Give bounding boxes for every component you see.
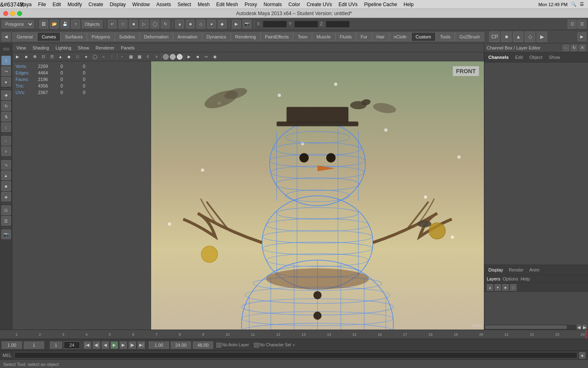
shelf-tab-muscle[interactable]: Muscle	[312, 32, 335, 41]
vi-btn-sphere2[interactable]	[170, 54, 176, 60]
z-field[interactable]	[325, 20, 350, 28]
pb-goto-start[interactable]: |◀	[84, 341, 91, 349]
surface-btn[interactable]: ▲	[1, 171, 11, 180]
shelf-tab-polygons[interactable]: Polygons	[87, 32, 114, 41]
toolbar-btn-snap4[interactable]: ●	[207, 20, 216, 29]
vi-btn-9[interactable]: ●	[82, 53, 90, 61]
frame-end-field[interactable]: 24	[64, 341, 80, 349]
vi-btn-21[interactable]: ◉	[211, 53, 218, 61]
timeline-frames[interactable]: 1 2 3 4 5 6 7 8 9 10 11 12 13 14 15 16 1	[14, 330, 586, 339]
menu-create[interactable]: Create	[85, 0, 107, 9]
move-tool[interactable]: ✚	[1, 90, 11, 100]
pb-prev-frame[interactable]: ◀	[102, 341, 109, 349]
toolbar-btn-grid[interactable]: ☷	[568, 20, 577, 29]
menu-edit-mesh[interactable]: Edit Mesh	[213, 0, 241, 9]
layer-tab-display[interactable]: Display	[487, 267, 505, 273]
range-end-field[interactable]: 24.00	[171, 341, 191, 349]
menu-window[interactable]: Window	[129, 0, 153, 9]
pb-play[interactable]: ▶	[111, 341, 118, 349]
pb-next-key[interactable]: |▶	[129, 341, 136, 349]
shelf-tab-fluids[interactable]: Fluids	[335, 32, 356, 41]
cb-tab-show[interactable]: Show	[547, 54, 562, 61]
vi-btn-16[interactable]: ◊	[144, 53, 151, 61]
menu-help[interactable]: Help	[400, 0, 417, 9]
list-icon[interactable]: ☰	[580, 2, 584, 7]
sculpt-btn[interactable]: ◈	[1, 192, 11, 202]
menu-display[interactable]: Display	[107, 0, 129, 9]
layer-list[interactable]	[484, 292, 588, 325]
vi-btn-12[interactable]: ⋮	[108, 53, 116, 61]
vi-btn-19[interactable]: ■	[194, 53, 201, 61]
start-frame-field[interactable]: 1	[24, 341, 44, 349]
layer-sub-help[interactable]: Help	[521, 276, 530, 281]
shelf-icon-1[interactable]: CP	[489, 31, 500, 42]
shelf-scroll-right[interactable]: ▶	[577, 32, 586, 41]
curves-btn[interactable]: ∿	[1, 160, 11, 170]
3d-viewport[interactable]: X Y FRONT None	[151, 61, 484, 330]
shelf-tab-custom[interactable]: Custom	[411, 32, 436, 41]
polygon-btn[interactable]: ■	[1, 181, 11, 191]
layer-icon-2[interactable]: ▼	[494, 284, 501, 291]
vi-btn-8[interactable]: □	[74, 53, 81, 61]
close-button[interactable]	[3, 11, 8, 16]
layer-icon-1[interactable]: ▲	[487, 284, 493, 291]
scroll-right[interactable]: ▶	[582, 325, 587, 330]
shelf-tab-surfaces[interactable]: Surfaces	[60, 32, 87, 41]
y-field[interactable]	[294, 20, 318, 28]
x-field[interactable]	[263, 20, 287, 28]
toolbar-btn-8[interactable]: ▷	[140, 20, 149, 29]
toolbar-btn-2[interactable]: 📂	[50, 20, 59, 29]
char-set-arrow[interactable]: ▿	[293, 343, 295, 347]
vi-btn-20[interactable]: ⇨	[203, 53, 210, 61]
vi-btn-10[interactable]: ◯	[91, 53, 98, 61]
vi-btn-5[interactable]: ☴	[48, 53, 56, 61]
shelf-tab-deformation[interactable]: Deformation	[140, 32, 173, 41]
shelf-tab-subdivs[interactable]: Subdivs	[115, 32, 140, 41]
search-icon[interactable]: 🔍	[571, 2, 577, 7]
menu-maya[interactable]: Maya	[16, 0, 35, 9]
shelf-icon-3[interactable]: ▲	[513, 31, 523, 42]
shelf-tab-rendering[interactable]: Rendering	[231, 32, 261, 41]
rotate-tool[interactable]: ↻	[1, 101, 11, 111]
range-start-field[interactable]: 1.00	[149, 341, 169, 349]
vi-btn-14[interactable]: ▩	[127, 53, 134, 61]
menu-edit-uvs[interactable]: Edit UVs	[335, 0, 361, 9]
toolbar-btn-1[interactable]: 🖼	[39, 20, 48, 29]
shelf-tab-ncloth[interactable]: nCloth	[389, 32, 411, 41]
menu-normals[interactable]: Normals	[261, 0, 285, 9]
anim-layer-icon[interactable]	[216, 343, 221, 348]
select-tool[interactable]: ⇧	[1, 56, 11, 65]
pb-prev-key[interactable]: ◀|	[93, 341, 100, 349]
grid2-btn[interactable]: ☰	[1, 216, 11, 226]
toolbar-btn-list[interactable]: ☰	[577, 20, 586, 29]
vi-btn-13[interactable]: ▫	[118, 53, 126, 61]
toolbar-btn-10[interactable]: ↻	[161, 20, 170, 29]
layer-scrollbar[interactable]: ◀ ▶	[484, 325, 588, 330]
scroll-left[interactable]: ◀	[577, 325, 581, 330]
menu-edit[interactable]: Edit	[49, 0, 65, 9]
show-manip[interactable]: ▿	[1, 146, 11, 156]
layer-tab-render[interactable]: Render	[507, 267, 525, 273]
layer-icon-3[interactable]: ■	[502, 284, 509, 291]
shelf-tab-general[interactable]: General	[12, 32, 37, 41]
menu-create-uvs[interactable]: Create UVs	[303, 0, 335, 9]
vt-shading[interactable]: Shading	[30, 45, 51, 50]
toolbar-btn-6[interactable]: □	[118, 20, 127, 29]
vt-lighting[interactable]: Lighting	[53, 45, 74, 50]
vi-btn-7[interactable]: ◆	[65, 53, 73, 61]
shelf-icon-2[interactable]: ■	[501, 31, 512, 42]
shelf-tab-animation[interactable]: Animation	[173, 32, 202, 41]
menu-color[interactable]: Color	[285, 0, 303, 9]
minimize-button[interactable]	[10, 11, 15, 16]
vi-btn-6[interactable]: ▲	[57, 53, 64, 61]
lasso-tool[interactable]: ↪	[1, 66, 11, 76]
menu-modify[interactable]: Modify	[64, 0, 85, 9]
vi-btn-4[interactable]: ☷	[40, 53, 47, 61]
vt-view[interactable]: View	[14, 45, 29, 50]
mode-select[interactable]: Polygons Surfaces Dynamics	[2, 20, 34, 28]
toolbar-btn-9[interactable]: ◯	[150, 20, 159, 29]
vi-btn-2[interactable]: ■	[22, 53, 30, 61]
toolbar-btn-snap5[interactable]: ◆	[218, 20, 227, 29]
cb-btn-2[interactable]: ↻	[571, 45, 577, 51]
scale-tool[interactable]: ⇅	[1, 112, 11, 121]
